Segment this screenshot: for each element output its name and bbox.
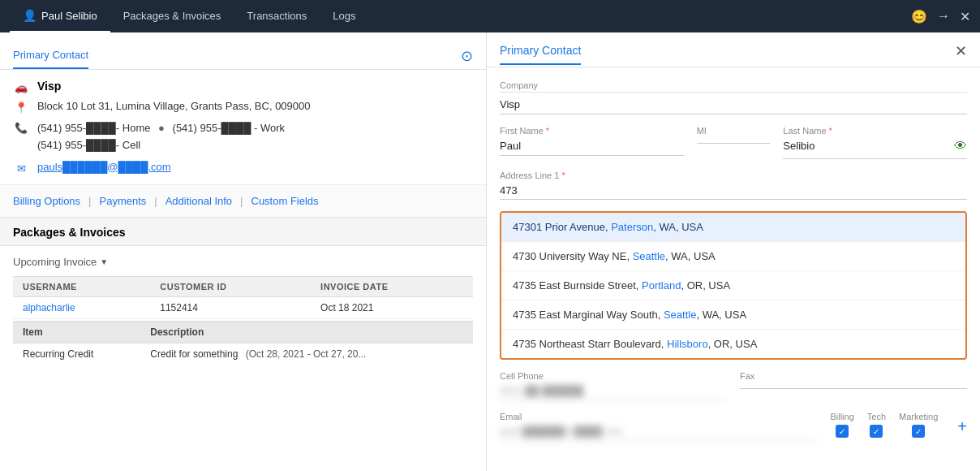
mi-label: MI <box>697 126 771 136</box>
phone-home: (541) 955-████- Home <box>37 122 150 134</box>
first-name-label: First Name * <box>500 126 684 136</box>
close-nav-icon[interactable]: ✕ <box>960 9 970 24</box>
sep-2: | <box>154 192 157 210</box>
mi-value[interactable] <box>697 137 771 144</box>
sep-1: | <box>88 192 91 210</box>
main-container: Primary Contact ⊙ 🚗 Visp 📍 Block 10 Lot … <box>0 32 980 471</box>
nav-logs-label: Logs <box>333 10 355 22</box>
col-item: Item <box>13 321 140 343</box>
nav-tab-user[interactable]: 👤 Paul Selibio <box>10 0 110 32</box>
address-option-2-text: 4730 University Way NE, <box>513 250 633 262</box>
email-field-col: Email pauls██████@████.com <box>500 412 817 441</box>
address-option-1[interactable]: 47301 Prior Avenue, Paterson, WA, USA <box>501 213 965 242</box>
address-option-5-suffix: , OR, USA <box>708 338 758 350</box>
email-icon-left: ✉ <box>13 162 29 175</box>
first-name-value[interactable]: Paul <box>500 137 684 156</box>
col-username: USERNAME <box>13 276 150 296</box>
nav-packages-label: Packages & Invoices <box>123 10 221 22</box>
tech-checkbox-label: Tech <box>867 412 886 421</box>
tab-primary-contact-left-label: Primary Contact <box>13 49 88 61</box>
company-label: Company <box>500 80 967 90</box>
address-option-3-text: 4735 East Burnside Street, <box>513 279 642 292</box>
upcoming-invoice-dropdown[interactable]: Upcoming Invoice ▼ <box>13 253 473 271</box>
payments-link[interactable]: Payments <box>100 192 147 210</box>
address-text: Block 10 Lot 31, Lumina Village, Grants … <box>37 100 311 112</box>
last-name-value[interactable]: Selibio <box>783 137 954 155</box>
invoice-table: USERNAME CUSTOMER ID INVOICE DATE alphac… <box>13 276 473 319</box>
address-option-3-city: Portland <box>642 279 681 292</box>
custom-fields-link[interactable]: Custom Fields <box>251 192 319 210</box>
marketing-checkbox-label: Marketing <box>899 412 938 421</box>
right-panel-header: Primary Contact ✕ <box>487 32 980 67</box>
address-option-3[interactable]: 4735 East Burnside Street, Portland, OR,… <box>501 271 965 300</box>
billing-checkbox[interactable]: ✓ <box>836 425 849 438</box>
phone-cell: (541) 955-████- Cell <box>37 139 140 151</box>
location-icon: 📍 <box>13 102 29 114</box>
address-option-4-suffix: , WA, USA <box>696 309 746 321</box>
additional-info-link[interactable]: Additional Info <box>165 192 232 210</box>
cell-username[interactable]: alphacharlie <box>13 296 150 318</box>
left-panel: Primary Contact ⊙ 🚗 Visp 📍 Block 10 Lot … <box>0 32 487 471</box>
contact-info: 🚗 Visp 📍 Block 10 Lot 31, Lumina Village… <box>0 70 486 185</box>
address-option-5[interactable]: 4735 Northeast Starr Boulevard, Hillsbor… <box>501 330 965 358</box>
description-link[interactable]: Credit for something <box>150 348 238 360</box>
email-text[interactable]: pauls██████@████.com <box>37 161 171 173</box>
email-field-value[interactable]: pauls██████@████.com <box>500 423 817 441</box>
description-date: (Oct 28, 2021 - Oct 27, 20... <box>246 348 367 360</box>
company-value[interactable]: Visp <box>500 96 967 115</box>
cell-phone-value[interactable]: (541) ██-██████ <box>500 382 727 400</box>
items-header-row: Item Description <box>13 321 473 343</box>
forward-icon[interactable]: → <box>937 9 950 24</box>
dot-sep: ● <box>158 122 167 134</box>
tab-primary-contact-left[interactable]: Primary Contact <box>13 42 88 69</box>
nav-tab-transactions[interactable]: Transactions <box>234 0 320 32</box>
dropdown-arrow-icon: ▼ <box>100 257 108 266</box>
invoice-area: Upcoming Invoice ▼ USERNAME CUSTOMER ID … <box>0 246 486 371</box>
nav-user-label: Paul Selibio <box>41 10 97 22</box>
col-customer-id: CUSTOMER ID <box>150 276 311 296</box>
fax-value[interactable] <box>740 382 967 389</box>
address1-input[interactable] <box>500 182 967 200</box>
tech-checkbox[interactable]: ✓ <box>870 425 883 438</box>
address-option-4-text: 4735 East Marginal Way South, <box>513 309 664 321</box>
tab-primary-contact-right[interactable]: Primary Contact <box>500 44 581 65</box>
packages-section-title: Packages & Invoices <box>0 218 486 246</box>
nav-tab-logs[interactable]: Logs <box>320 0 368 32</box>
table-row: alphacharlie 1152414 Oct 18 2021 <box>13 296 473 318</box>
contact-tabs-row: Primary Contact ⊙ <box>13 42 473 69</box>
edit-contact-button[interactable]: ⊙ <box>461 47 473 65</box>
address-row: 📍 Block 10 Lot 31, Lumina Village, Grant… <box>13 100 473 114</box>
address-option-2[interactable]: 4730 University Way NE, Seattle, WA, USA <box>501 242 965 271</box>
close-right-panel-button[interactable]: ✕ <box>955 42 967 67</box>
col-invoice-date: INVOICE DATE <box>311 276 473 296</box>
address-option-3-suffix: , OR, USA <box>681 279 730 292</box>
cell-customer-id: 1152414 <box>150 296 311 318</box>
name-row: First Name * Paul MI Last Name * Selibio <box>500 126 967 159</box>
company-name: Visp <box>37 80 61 93</box>
address1-field: Address Line 1 * <box>500 171 967 200</box>
address-option-5-city: Hillsboro <box>667 338 708 350</box>
address-option-1-text: 47301 Prior Avenue, <box>513 221 611 233</box>
last-name-required: * <box>829 126 832 136</box>
col-description: Description <box>140 321 473 343</box>
emoji-icon[interactable]: 😊 <box>911 9 927 24</box>
phone-icon: 📞 <box>13 122 29 134</box>
contact-header: Primary Contact ⊙ <box>0 32 486 70</box>
nav-bar: 👤 Paul Selibio Packages & Invoices Trans… <box>0 0 980 32</box>
address-option-1-suffix: , WA, USA <box>653 221 703 233</box>
nav-tab-packages[interactable]: Packages & Invoices <box>110 0 234 32</box>
billing-options-link[interactable]: Billing Options <box>13 192 80 210</box>
address-option-4[interactable]: 4735 East Marginal Way South, Seattle, W… <box>501 300 965 330</box>
visibility-icon[interactable]: 👁 <box>954 139 967 153</box>
right-panel: Primary Contact ✕ Company Visp First Nam… <box>487 32 980 471</box>
company-divider-above <box>500 92 967 93</box>
items-table: Item Description Recurring Credit Credit… <box>13 321 473 365</box>
billing-checkbox-label: Billing <box>830 412 853 421</box>
address-autocomplete-dropdown[interactable]: 47301 Prior Avenue, Paterson, WA, USA 47… <box>500 211 967 360</box>
nav-right-icons: 😊 → ✕ <box>911 9 970 24</box>
cell-phone-col: Cell Phone (541) ██-██████ <box>500 371 727 400</box>
marketing-checkbox[interactable]: ✓ <box>912 425 925 438</box>
invoice-table-header-row: USERNAME CUSTOMER ID INVOICE DATE <box>13 276 473 296</box>
add-email-button[interactable]: + <box>957 417 967 438</box>
car-icon: 🚗 <box>13 81 29 93</box>
